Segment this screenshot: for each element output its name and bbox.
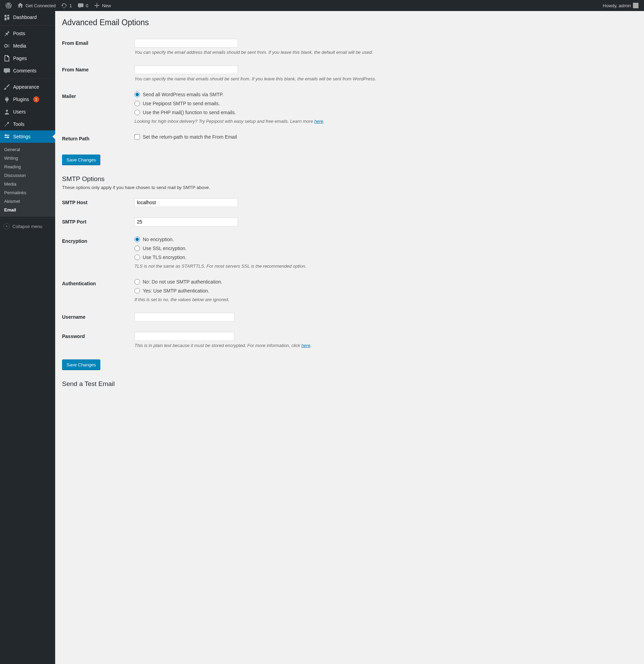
- auth-yes-radio[interactable]: [134, 288, 140, 294]
- encryption-ssl-radio[interactable]: [134, 246, 140, 251]
- submenu-reading[interactable]: Reading: [0, 162, 55, 171]
- collapse-label: Collapse menu: [12, 224, 42, 229]
- howdy-text: Howdy, admin: [603, 3, 631, 8]
- sliders-icon: [3, 133, 10, 140]
- submenu-akismet[interactable]: Akismet: [0, 197, 55, 206]
- wordpress-icon: [6, 2, 12, 9]
- checkbox-label: Set the return-path to match the From Em…: [143, 134, 237, 140]
- page-icon: [3, 55, 10, 62]
- menu-label: Plugins: [13, 97, 29, 102]
- return-path-label: Return Path: [62, 129, 131, 148]
- mailer-phpmail-radio[interactable]: [134, 110, 140, 115]
- from-email-input[interactable]: [134, 39, 238, 48]
- admin-menu: Dashboard Posts Media Pages Comments App…: [0, 11, 55, 664]
- new-content-link[interactable]: New: [91, 0, 114, 11]
- return-path-option[interactable]: Set the return-path to match the From Em…: [134, 134, 634, 140]
- menu-posts[interactable]: Posts: [0, 27, 55, 40]
- encryption-ssl-option[interactable]: Use SSL encryption.: [134, 246, 634, 251]
- plus-icon: [94, 2, 100, 9]
- avatar: [633, 3, 638, 8]
- from-name-desc: You can specify the name that emails sho…: [134, 76, 634, 81]
- site-name-link[interactable]: Get Connected: [14, 0, 58, 11]
- smtp-options-heading: SMTP Options: [62, 175, 637, 183]
- radio-label: Use Pepipost SMTP to send emails.: [143, 101, 220, 106]
- mailer-desc: Looking for high inbox delivery? Try Pep…: [134, 119, 634, 124]
- send-test-heading: Send a Test Email: [62, 380, 637, 388]
- menu-settings[interactable]: Settings: [0, 130, 55, 143]
- submenu-permalinks[interactable]: Permalinks: [0, 188, 55, 197]
- admin-bar: Get Connected 1 0 New Howdy, admin: [0, 0, 644, 11]
- auth-no-radio[interactable]: [134, 279, 140, 285]
- wrench-icon: [3, 121, 10, 128]
- comments-icon: [3, 67, 10, 74]
- menu-media[interactable]: Media: [0, 40, 55, 52]
- from-name-label: From Name: [62, 60, 131, 87]
- comments-link[interactable]: 0: [75, 0, 91, 11]
- from-email-desc: You can specify the email address that e…: [134, 50, 634, 55]
- mailer-pepipost-radio[interactable]: [134, 101, 140, 106]
- smtp-host-label: SMTP Host: [62, 193, 131, 212]
- submenu-email[interactable]: Email: [0, 206, 55, 214]
- mailer-phpmail-option[interactable]: Use the PHP mail() function to send emai…: [134, 110, 634, 115]
- menu-label: Appearance: [13, 84, 39, 90]
- auth-yes-option[interactable]: Yes: Use SMTP authentication.: [134, 288, 634, 294]
- menu-users[interactable]: Users: [0, 106, 55, 118]
- content-area: Advanced Email Options From Email You ca…: [55, 11, 644, 664]
- encryption-desc: TLS is not the same as STARTTLS. For mos…: [134, 264, 634, 269]
- smtp-port-label: SMTP Port: [62, 212, 131, 231]
- dashboard-icon: [3, 14, 10, 21]
- menu-comments[interactable]: Comments: [0, 65, 55, 77]
- smtp-options-note: These options only apply if you have cho…: [62, 185, 637, 190]
- password-input[interactable]: [134, 332, 234, 341]
- mailer-learnmore-link[interactable]: here: [314, 119, 323, 124]
- radio-label: Yes: Use SMTP authentication.: [143, 288, 209, 294]
- username-input[interactable]: [134, 313, 234, 321]
- encryption-tls-radio[interactable]: [134, 255, 140, 260]
- smtp-port-input[interactable]: [134, 217, 238, 226]
- smtp-host-input[interactable]: [134, 198, 238, 207]
- username-label: Username: [62, 307, 131, 327]
- plugin-icon: [3, 96, 10, 103]
- menu-tools[interactable]: Tools: [0, 118, 55, 130]
- password-desc: This is in plain text because it must be…: [134, 343, 634, 348]
- brush-icon: [3, 83, 10, 90]
- collapse-menu[interactable]: Collapse menu: [0, 220, 55, 232]
- submenu-general[interactable]: General: [0, 145, 55, 154]
- menu-plugins[interactable]: Plugins 1: [0, 93, 55, 106]
- encryption-none-option[interactable]: No encryption.: [134, 237, 634, 242]
- password-info-link[interactable]: here: [301, 343, 310, 348]
- encryption-none-radio[interactable]: [134, 237, 140, 242]
- menu-label: Tools: [13, 121, 24, 127]
- refresh-icon: [61, 2, 67, 9]
- submenu-discussion[interactable]: Discussion: [0, 171, 55, 180]
- collapse-icon: [3, 223, 10, 229]
- settings-submenu: General Writing Reading Discussion Media…: [0, 143, 55, 217]
- home-icon: [17, 2, 23, 9]
- submenu-media[interactable]: Media: [0, 180, 55, 188]
- auth-label: Authentication: [62, 274, 131, 307]
- mailer-smtp-option[interactable]: Send all WordPress emails via SMTP.: [134, 92, 634, 97]
- pin-icon: [3, 30, 10, 37]
- menu-label: Pages: [13, 56, 27, 61]
- encryption-tls-option[interactable]: Use TLS encryption.: [134, 255, 634, 260]
- auth-no-option[interactable]: No: Do not use SMTP authentication.: [134, 279, 634, 285]
- menu-dashboard[interactable]: Dashboard: [0, 11, 55, 23]
- from-name-input[interactable]: [134, 65, 238, 74]
- wp-logo[interactable]: [3, 0, 14, 11]
- updates-link[interactable]: 1: [58, 0, 74, 11]
- mailer-pepipost-option[interactable]: Use Pepipost SMTP to send emails.: [134, 101, 634, 106]
- radio-label: Use SSL encryption.: [143, 246, 187, 251]
- menu-label: Settings: [13, 134, 31, 139]
- menu-label: Dashboard: [13, 14, 37, 20]
- save-button-1[interactable]: Save Changes: [62, 155, 100, 165]
- menu-appearance[interactable]: Appearance: [0, 81, 55, 93]
- return-path-checkbox[interactable]: [134, 134, 140, 140]
- mailer-smtp-radio[interactable]: [134, 92, 140, 97]
- menu-pages[interactable]: Pages: [0, 52, 55, 65]
- submenu-writing[interactable]: Writing: [0, 154, 55, 162]
- my-account-link[interactable]: Howdy, admin: [600, 0, 641, 11]
- from-email-label: From Email: [62, 33, 131, 60]
- save-button-2[interactable]: Save Changes: [62, 359, 100, 370]
- auth-desc: If this is set to no, the values below a…: [134, 297, 634, 302]
- site-name-text: Get Connected: [26, 3, 56, 8]
